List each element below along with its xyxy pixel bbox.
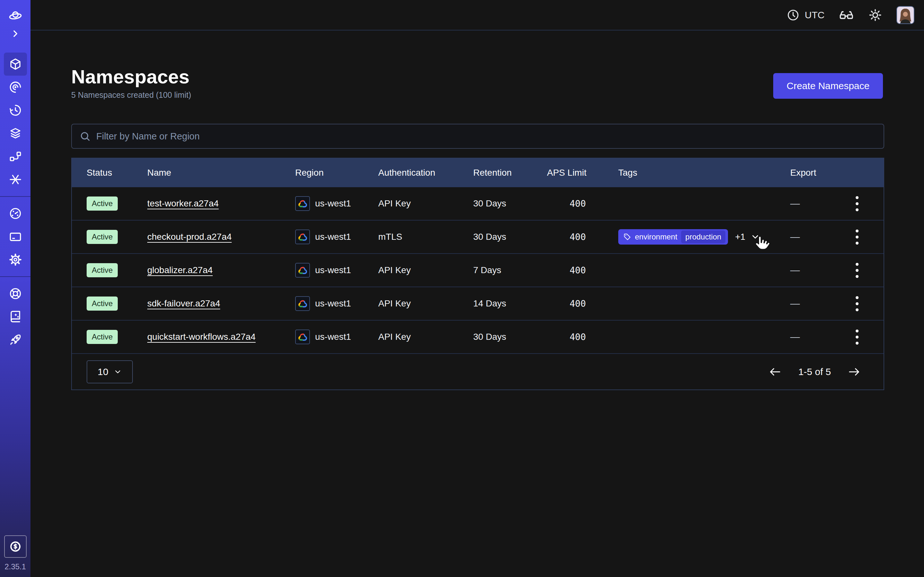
credits-button[interactable] [4, 535, 27, 558]
nexus-asterisk-icon [9, 173, 22, 186]
sidebar-item-namespaces[interactable] [0, 53, 31, 76]
chevron-down-icon [113, 367, 122, 376]
row-menu-button[interactable] [854, 261, 861, 280]
batch-layers-icon [9, 127, 22, 140]
sidebar-item-deployments[interactable] [0, 145, 31, 168]
status-cell: Active [87, 263, 147, 277]
namespace-link[interactable]: globalizer.a27a4 [147, 265, 213, 276]
sidebar-item-billing[interactable] [0, 225, 31, 248]
aps-limit-cell: 400 [547, 198, 618, 209]
column-header: Authentication [378, 168, 473, 178]
column-header: Status [87, 168, 147, 178]
table-row[interactable]: Active test-worker.a27a4 us-west1 API Ke… [72, 187, 884, 221]
sidebar-item-docs[interactable] [0, 305, 31, 328]
column-header: APS Limit [547, 168, 618, 178]
export-value: — [790, 231, 800, 242]
sidebar-nav-help [0, 282, 31, 351]
sidebar-item-workflows[interactable] [0, 76, 31, 99]
namespace-link[interactable]: quickstart-workflows.a27a4 [147, 332, 256, 342]
table-row[interactable]: Active sdk-failover.a27a4 us-west1 API K… [72, 287, 884, 321]
tag-pill[interactable]: environment production [618, 229, 728, 245]
region-cell: us-west1 [295, 330, 378, 344]
export-value: — [790, 332, 800, 342]
column-header: Tags [618, 168, 790, 178]
avatar[interactable] [897, 6, 914, 24]
support-lifebuoy-icon [9, 287, 22, 300]
aps-limit-cell: 400 [547, 298, 618, 309]
row-menu-button[interactable] [854, 294, 861, 313]
tag-key-label: environment [635, 232, 677, 242]
table-row[interactable]: Active quickstart-workflows.a27a4 us-wes… [72, 321, 884, 354]
row-menu-button[interactable] [854, 227, 861, 247]
region-label: us-west1 [315, 332, 351, 342]
table-row[interactable]: Active globalizer.a27a4 us-west1 API Key… [72, 254, 884, 287]
create-namespace-button[interactable]: Create Namespace [773, 73, 883, 99]
region-label: us-west1 [315, 232, 351, 242]
authentication-cell: API Key [378, 298, 473, 309]
table-header-row: StatusNameRegionAuthenticationRetentionA… [72, 158, 884, 187]
sidebar-divider [0, 276, 31, 277]
timezone-label: UTC [804, 10, 825, 21]
row-menu-button[interactable] [854, 194, 861, 213]
sidebar-item-batch-operations[interactable] [0, 122, 31, 145]
aps-limit-cell: 400 [547, 265, 618, 276]
sidebar-item-usage[interactable] [0, 202, 31, 225]
table-row[interactable]: Active checkout-prod.a27a4 us-west1 mTLS… [72, 221, 884, 254]
status-cell: Active [87, 197, 147, 211]
region-cell: us-west1 [295, 263, 378, 277]
region-label: us-west1 [315, 265, 351, 276]
tags-expand-chevron[interactable] [750, 232, 760, 242]
sidebar-expand-button[interactable] [0, 24, 31, 43]
page-header: Namespaces 5 Namespaces created (100 lim… [71, 66, 191, 100]
status-cell: Active [87, 330, 147, 344]
sidebar-footer: 2.35.1 [0, 535, 31, 571]
sidebar-item-getting-started[interactable] [0, 328, 31, 351]
aps-limit-cell: 400 [547, 232, 618, 242]
sidebar-item-settings[interactable] [0, 248, 31, 271]
page-size-value: 10 [97, 366, 108, 377]
authentication-cell: API Key [378, 198, 473, 209]
sidebar-item-support[interactable] [0, 282, 31, 305]
status-badge: Active [87, 297, 118, 311]
settings-gear-icon [9, 253, 22, 266]
filter-input[interactable] [96, 131, 876, 142]
temporal-logo-icon[interactable] [0, 8, 31, 24]
table-footer: 10 1-5 of 5 [72, 354, 884, 390]
next-page-button[interactable] [848, 367, 861, 377]
filter-bar [71, 124, 884, 149]
labs-toggle-button[interactable] [838, 7, 854, 23]
row-menu-button[interactable] [854, 327, 861, 347]
timezone-button[interactable]: UTC [787, 9, 825, 21]
name-cell: quickstart-workflows.a27a4 [147, 332, 295, 342]
prev-page-button[interactable] [769, 367, 782, 377]
arrow-right-icon [848, 367, 861, 377]
column-header: Name [147, 168, 295, 178]
page-subtitle: 5 Namespaces created (100 limit) [71, 90, 191, 100]
google-cloud-icon [295, 296, 310, 311]
theme-toggle-button[interactable] [868, 8, 882, 22]
namespace-link[interactable]: sdk-failover.a27a4 [147, 298, 220, 309]
page-size-select[interactable]: 10 [87, 360, 133, 384]
page-title: Namespaces [71, 66, 191, 88]
sidebar-item-schedules[interactable] [0, 99, 31, 122]
aps-limit-cell: 400 [547, 332, 618, 342]
tags-cell: environment production +1 [618, 229, 790, 245]
google-cloud-icon [295, 229, 310, 244]
sidebar-item-nexus[interactable] [0, 168, 31, 191]
sun-icon [868, 8, 882, 22]
namespace-link[interactable]: test-worker.a27a4 [147, 198, 219, 209]
namespace-link[interactable]: checkout-prod.a27a4 [147, 232, 232, 242]
column-header: Retention [473, 168, 547, 178]
authentication-cell: mTLS [378, 232, 473, 242]
authentication-cell: API Key [378, 265, 473, 276]
export-value: — [790, 198, 800, 209]
status-badge: Active [87, 197, 118, 211]
google-cloud-icon [295, 263, 310, 277]
avatar-image [897, 7, 914, 23]
name-cell: test-worker.a27a4 [147, 198, 295, 209]
billing-card-icon [9, 230, 22, 243]
retention-cell: 30 Days [473, 232, 547, 242]
retention-cell: 7 Days [473, 265, 547, 276]
chevron-right-icon [10, 28, 21, 39]
retention-cell: 14 Days [473, 298, 547, 309]
